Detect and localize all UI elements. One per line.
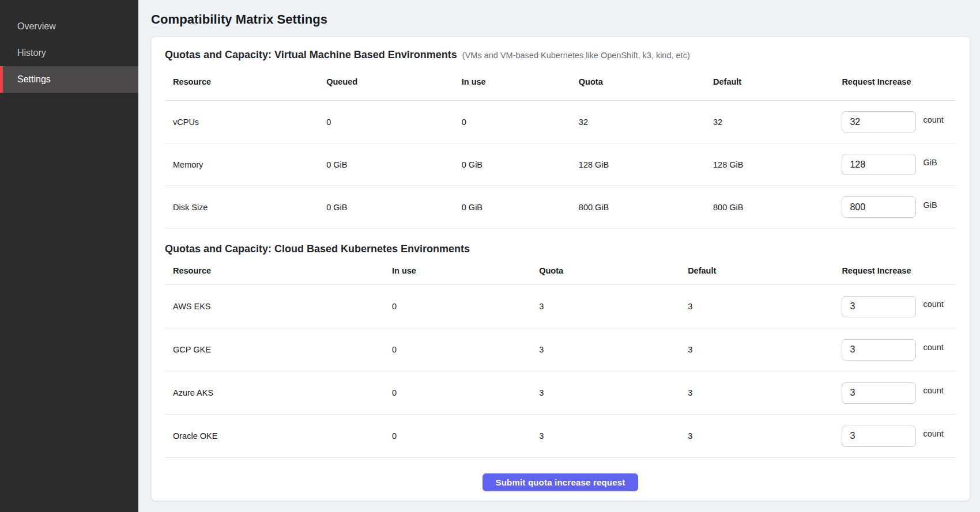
column-header-request-increase: Request Increase <box>842 266 956 275</box>
column-header-in-use: In use <box>384 266 531 275</box>
default-value: 32 <box>705 117 842 127</box>
unit-label: GiB <box>923 158 937 167</box>
unit-label: count <box>923 429 943 438</box>
column-header-in-use: In use <box>454 77 571 86</box>
quota-value: 3 <box>531 302 680 311</box>
table-row: GCP GKE 0 3 3 count <box>165 328 956 371</box>
vm-section-title: Quotas and Capacity: Virtual Machine Bas… <box>165 47 457 62</box>
cloud-section-title: Quotas and Capacity: Cloud Based Kuberne… <box>165 241 470 256</box>
resource-name: Azure AKS <box>165 388 384 397</box>
resource-name: Oracle OKE <box>165 431 384 441</box>
resource-name: Disk Size <box>165 203 318 212</box>
column-header-resource: Resource <box>165 266 384 275</box>
unit-label: GiB <box>923 200 937 210</box>
vm-section-heading: Quotas and Capacity: Virtual Machine Bas… <box>165 47 956 63</box>
column-header-quota: Quota <box>531 266 680 275</box>
vm-section-subtitle: (VMs and VM-based Kubernetes like OpenSh… <box>462 48 690 63</box>
table-row: Disk Size 0 GiB 0 GiB 800 GiB 800 GiB Gi… <box>165 186 956 229</box>
in-use-value: 0 <box>454 117 571 127</box>
cloud-quota-table: Resource In use Quota Default Request In… <box>165 256 956 458</box>
quota-value: 128 GiB <box>571 160 705 169</box>
resource-name: AWS EKS <box>165 302 384 311</box>
quota-value: 32 <box>571 117 705 127</box>
main-content: Compatibility Matrix Settings Quotas and… <box>138 0 980 512</box>
sidebar: Overview History Settings <box>0 0 138 512</box>
column-header-default: Default <box>705 77 842 86</box>
resource-name: vCPUs <box>165 117 318 127</box>
table-header-row: Resource Queued In use Quota Default Req… <box>165 63 956 101</box>
request-increase-input[interactable] <box>842 426 916 447</box>
settings-card: Quotas and Capacity: Virtual Machine Bas… <box>151 36 970 501</box>
resource-name: GCP GKE <box>165 345 384 354</box>
unit-label: count <box>923 115 943 124</box>
column-header-queued: Queued <box>318 77 454 86</box>
table-header-row: Resource In use Quota Default Request In… <box>165 256 956 285</box>
request-increase-input[interactable] <box>842 154 916 175</box>
resource-name: Memory <box>165 160 318 169</box>
column-header-request-increase: Request Increase <box>842 77 956 86</box>
table-row: Azure AKS 0 3 3 count <box>165 371 956 415</box>
default-value: 3 <box>680 345 842 354</box>
in-use-value: 0 GiB <box>454 160 571 169</box>
submit-row: Submit quota increase request <box>165 473 956 491</box>
sidebar-item-label: Overview <box>17 21 56 32</box>
page-title: Compatibility Matrix Settings <box>151 12 970 27</box>
table-row: AWS EKS 0 3 3 count <box>165 285 956 328</box>
in-use-value: 0 <box>384 431 531 441</box>
unit-label: count <box>923 386 943 395</box>
default-value: 3 <box>680 302 842 311</box>
quota-value: 3 <box>531 431 680 441</box>
queued-value: 0 GiB <box>318 203 454 212</box>
sidebar-item-history[interactable]: History <box>0 40 138 66</box>
table-row: Oracle OKE 0 3 3 count <box>165 415 956 458</box>
default-value: 800 GiB <box>705 203 842 212</box>
quota-value: 3 <box>531 388 680 397</box>
active-accent-bar <box>0 66 3 93</box>
vm-quota-table: Resource Queued In use Quota Default Req… <box>165 63 956 229</box>
table-row: Memory 0 GiB 0 GiB 128 GiB 128 GiB GiB <box>165 143 956 186</box>
quota-value: 3 <box>531 345 680 354</box>
request-increase-input[interactable] <box>842 296 916 317</box>
in-use-value: 0 <box>384 302 531 311</box>
default-value: 128 GiB <box>705 160 842 169</box>
queued-value: 0 <box>318 117 454 127</box>
sidebar-item-label: History <box>17 48 46 58</box>
queued-value: 0 GiB <box>318 160 454 169</box>
sidebar-item-label: Settings <box>17 74 51 85</box>
in-use-value: 0 <box>384 345 531 354</box>
default-value: 3 <box>680 431 842 441</box>
cloud-section-heading: Quotas and Capacity: Cloud Based Kuberne… <box>165 241 956 256</box>
unit-label: count <box>923 343 943 352</box>
unit-label: count <box>923 299 943 309</box>
column-header-quota: Quota <box>571 77 705 86</box>
default-value: 3 <box>680 388 842 397</box>
request-increase-input[interactable] <box>842 111 916 132</box>
in-use-value: 0 <box>384 388 531 397</box>
quota-value: 800 GiB <box>571 203 705 212</box>
sidebar-item-settings[interactable]: Settings <box>0 66 138 93</box>
column-header-resource: Resource <box>165 77 318 86</box>
column-header-default: Default <box>680 266 842 275</box>
table-row: vCPUs 0 0 32 32 count <box>165 101 956 143</box>
in-use-value: 0 GiB <box>454 203 571 212</box>
submit-quota-increase-button[interactable]: Submit quota increase request <box>483 473 638 491</box>
request-increase-input[interactable] <box>842 382 916 404</box>
request-increase-input[interactable] <box>842 196 916 218</box>
sidebar-item-overview[interactable]: Overview <box>0 13 138 40</box>
request-increase-input[interactable] <box>842 339 916 361</box>
